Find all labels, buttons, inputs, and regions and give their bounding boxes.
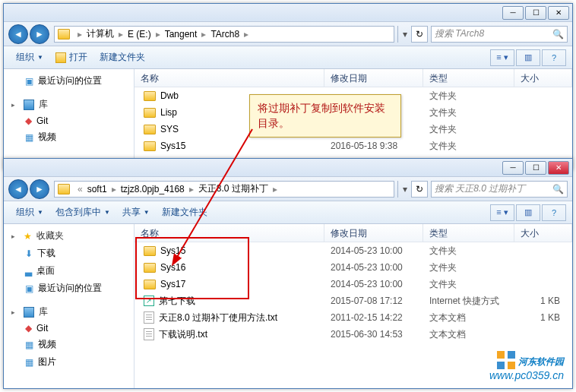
sidebar-item-favorites[interactable]: ▸★收藏夹: [4, 227, 134, 245]
file-type: 文件夹: [423, 261, 514, 274]
refresh-button[interactable]: ↻: [411, 26, 428, 43]
organize-button[interactable]: 组织▼: [10, 204, 49, 221]
minimize-button[interactable]: ─: [502, 161, 524, 175]
file-name: Lisp: [160, 107, 177, 118]
file-date: 2015-06-30 14:53: [324, 329, 423, 340]
breadcrumb-dropdown[interactable]: ▾: [397, 181, 411, 198]
breadcrumb-item[interactable]: tzjz8.0pjb_4168: [119, 184, 186, 194]
breadcrumb[interactable]: « soft1 ▸ tzjz8.0pjb_4168 ▸ 天正8.0 过期补丁 ▸: [54, 181, 394, 198]
help-button[interactable]: ?: [542, 49, 566, 66]
folder-icon: [144, 125, 156, 134]
share-button[interactable]: 共享▼: [116, 204, 156, 221]
list-item[interactable]: Sys152014-05-23 10:00文件夹: [135, 242, 572, 259]
breadcrumb[interactable]: ▸ 计算机 ▸ E (E:) ▸ Tangent ▸ TArch8 ▸: [54, 26, 394, 43]
breadcrumb-dropdown[interactable]: ▾: [397, 26, 411, 43]
titlebar[interactable]: ─ ☐ ✕: [4, 4, 572, 22]
sidebar-item-downloads[interactable]: ⬇下载: [4, 245, 134, 262]
sidebar-item-libraries[interactable]: ▸库: [4, 96, 134, 113]
chevron-right-icon[interactable]: «: [74, 184, 86, 194]
column-date[interactable]: 修改日期: [324, 69, 423, 87]
close-button[interactable]: ✕: [548, 161, 569, 175]
search-input[interactable]: 搜索 TArch8 🔍: [431, 26, 568, 43]
sidebar-item-recent[interactable]: ▣最近访问的位置: [4, 280, 134, 297]
file-date: 2014-05-23 10:00: [324, 279, 423, 289]
file-size: 1 KB: [514, 296, 572, 306]
chevron-right-icon[interactable]: ▸: [270, 184, 280, 194]
maximize-button[interactable]: ☐: [525, 6, 546, 20]
refresh-button[interactable]: ↻: [411, 181, 428, 198]
sidebar-item-recent[interactable]: ▣最近访问的位置: [4, 72, 134, 90]
sidebar-item-video[interactable]: ▦视频: [4, 336, 134, 353]
folder-icon: [144, 263, 156, 273]
search-input[interactable]: 搜索 天正8.0 过期补丁 🔍: [431, 181, 568, 198]
chevron-right-icon[interactable]: ▸: [186, 184, 197, 194]
sidebar-item-video[interactable]: ▦视频: [4, 128, 134, 146]
text-file-icon: [144, 328, 154, 340]
list-item[interactable]: Sys172014-05-23 10:00文件夹: [135, 276, 572, 292]
column-type[interactable]: 类型: [423, 69, 514, 87]
sidebar-item-git[interactable]: ◆Git: [4, 321, 134, 336]
breadcrumb-item[interactable]: E (E:): [126, 29, 153, 40]
forward-button[interactable]: ►: [30, 24, 49, 44]
titlebar[interactable]: ─ ☐ ✕: [4, 159, 572, 177]
maximize-button[interactable]: ☐: [525, 161, 546, 175]
help-button[interactable]: ?: [542, 204, 566, 221]
preview-button[interactable]: ▥: [516, 204, 540, 221]
column-name[interactable]: 名称: [135, 224, 324, 242]
view-button[interactable]: ≡ ▾: [490, 204, 514, 221]
column-size[interactable]: 大小: [514, 69, 572, 87]
list-item[interactable]: 天正8.0 过期补丁使用方法.txt2011-02-15 14:22文本文档1 …: [135, 309, 572, 326]
chevron-right-icon[interactable]: ▸: [74, 29, 85, 40]
breadcrumb-item[interactable]: TArch8: [209, 29, 241, 40]
sidebar-item-pictures[interactable]: ▦图片: [4, 353, 134, 371]
toolbar: 组织▼ 包含到库中▼ 共享▼ 新建文件夹 ≡ ▾ ▥ ?: [4, 201, 572, 224]
chevron-right-icon[interactable]: ▸: [116, 29, 126, 40]
chevron-right-icon[interactable]: ▸: [198, 29, 209, 40]
file-date: 2015-07-08 17:12: [324, 296, 423, 306]
chevron-right-icon[interactable]: ▸: [241, 29, 252, 40]
annotation-tooltip: 将过期补丁复制到软件安装目录。: [249, 94, 401, 138]
breadcrumb-item[interactable]: soft1: [86, 184, 109, 194]
back-button[interactable]: ◄: [8, 24, 28, 44]
chevron-right-icon[interactable]: ▸: [109, 184, 119, 194]
back-button[interactable]: ◄: [8, 179, 28, 199]
list-item[interactable]: 下载说明.txt2015-06-30 14:53文本文档: [135, 326, 572, 343]
sidebar-item-desktop[interactable]: ▃桌面: [4, 262, 134, 280]
sidebar-item-libraries[interactable]: ▸库: [4, 303, 134, 321]
list-item[interactable]: ↗第七下载2015-07-08 17:12Internet 快捷方式1 KB: [135, 292, 572, 309]
expand-icon[interactable]: ▸: [11, 308, 19, 316]
git-icon: ◆: [25, 115, 32, 126]
file-type: Internet 快捷方式: [423, 295, 514, 308]
column-type[interactable]: 类型: [423, 224, 514, 242]
list-item[interactable]: Sys152016-05-18 9:38文件夹: [135, 138, 572, 154]
expand-icon[interactable]: ▸: [11, 101, 19, 109]
open-button[interactable]: 打开: [49, 49, 93, 66]
column-name[interactable]: 名称: [135, 69, 324, 87]
include-library-button[interactable]: 包含到库中▼: [49, 204, 116, 221]
sidebar: ▣最近访问的位置 ▸库 ◆Git ▦视频: [4, 69, 135, 169]
breadcrumb-item[interactable]: 计算机: [85, 27, 116, 40]
address-bar: ◄ ► ▸ 计算机 ▸ E (E:) ▸ Tangent ▸ TArch8 ▸ …: [4, 22, 572, 46]
forward-button[interactable]: ►: [30, 179, 49, 199]
column-date[interactable]: 修改日期: [324, 224, 423, 242]
git-icon: ◆: [25, 323, 32, 334]
minimize-button[interactable]: ─: [502, 6, 524, 20]
text-file-icon: [144, 311, 154, 324]
sidebar-item-git[interactable]: ◆Git: [4, 113, 134, 128]
chevron-right-icon[interactable]: ▸: [153, 29, 163, 40]
column-size[interactable]: 大小: [514, 224, 572, 242]
new-folder-button[interactable]: 新建文件夹: [156, 204, 214, 221]
file-name: Sys17: [160, 279, 185, 289]
expand-icon[interactable]: ▸: [11, 232, 19, 240]
preview-button[interactable]: ▥: [516, 49, 540, 66]
view-button[interactable]: ≡ ▾: [490, 49, 514, 66]
close-button[interactable]: ✕: [548, 6, 569, 20]
breadcrumb-item[interactable]: Tangent: [163, 29, 199, 40]
star-icon: ★: [24, 231, 32, 242]
new-folder-button[interactable]: 新建文件夹: [93, 49, 151, 66]
list-item[interactable]: Sys162014-05-23 10:00文件夹: [135, 259, 572, 276]
search-icon[interactable]: 🔍: [552, 29, 564, 40]
breadcrumb-item[interactable]: 天正8.0 过期补丁: [197, 182, 270, 195]
organize-button[interactable]: 组织▼: [10, 49, 49, 66]
search-icon[interactable]: 🔍: [552, 184, 564, 194]
